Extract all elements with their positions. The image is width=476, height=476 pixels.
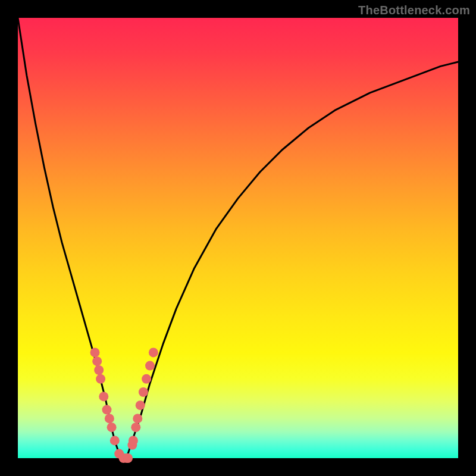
data-marker <box>102 405 112 415</box>
data-marker <box>139 387 148 397</box>
data-marker <box>94 365 104 375</box>
data-marker <box>92 356 102 366</box>
data-marker <box>131 422 140 432</box>
chart-frame: TheBottleneck.com <box>0 0 476 476</box>
data-marker <box>149 347 158 357</box>
data-marker <box>96 374 105 384</box>
data-marker <box>107 422 117 432</box>
bottleneck-curve <box>18 18 458 458</box>
data-marker <box>136 400 145 410</box>
data-marker <box>105 414 114 423</box>
data-marker <box>142 374 151 384</box>
data-marker <box>110 436 120 445</box>
curve-path <box>18 18 458 458</box>
data-marker <box>123 453 133 463</box>
data-marker <box>129 436 138 445</box>
data-marker <box>90 347 100 357</box>
watermark-label: TheBottleneck.com <box>358 4 470 17</box>
data-marker <box>133 414 142 423</box>
data-marker <box>99 392 108 401</box>
data-marker <box>145 361 155 371</box>
plot-area <box>18 18 458 458</box>
